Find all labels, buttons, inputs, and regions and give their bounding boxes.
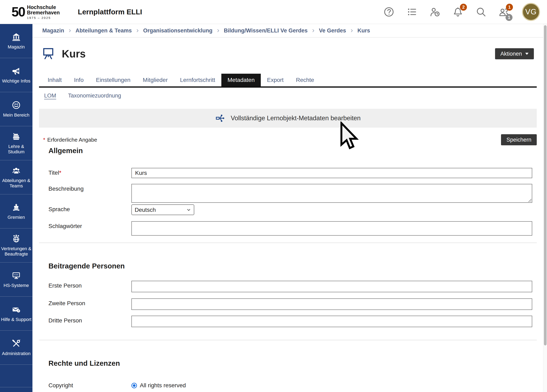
titel-input[interactable]: [131, 168, 532, 178]
breadcrumb-separator: ›: [217, 27, 219, 35]
help-icon: [383, 6, 394, 17]
notifications-button[interactable]: 2: [452, 6, 464, 18]
zweite-person-input[interactable]: [131, 298, 532, 310]
breadcrumb-separator: ›: [312, 27, 314, 35]
contacts-button[interactable]: 1 1: [498, 6, 510, 18]
schlagwoerter-input[interactable]: [131, 221, 532, 236]
contacts-badge-new: 1: [506, 4, 513, 11]
sprache-select[interactable]: Deutsch: [131, 204, 194, 215]
dritte-person-label: Dritte Person: [48, 316, 131, 324]
flyout-list-button[interactable]: [406, 6, 418, 18]
breadcrumb: Magazin › Abteilungen & Teams › Organisa…: [33, 24, 547, 38]
breadcrumb-item[interactable]: Ve Gerdes: [319, 27, 346, 34]
page-title: Kurs: [62, 48, 86, 60]
svg-text:?: ?: [18, 310, 19, 312]
titel-label: Titel*: [48, 168, 131, 176]
bank-icon: [12, 32, 21, 42]
sidebar-item-lehre-studium[interactable]: Lehre & Studium: [0, 126, 33, 160]
chevron-down-icon: [525, 53, 528, 55]
beschreibung-textarea[interactable]: [131, 184, 532, 203]
course-easel-icon: [42, 46, 55, 62]
tab-info[interactable]: Info: [68, 74, 90, 86]
actions-button[interactable]: Aktionen: [495, 48, 534, 59]
tab-rechte[interactable]: Rechte: [290, 74, 320, 86]
books-icon: [12, 132, 21, 141]
who-is-online-button[interactable]: [429, 6, 441, 18]
section-heading-rechte: Rechte und Lizenzen: [48, 359, 537, 367]
sidebar-item-hs-systeme[interactable]: HS-Systeme: [0, 263, 33, 297]
sidebar-item-label: Administration: [1, 351, 31, 356]
sidebar-item-gremien[interactable]: Gremien: [0, 194, 33, 229]
committee-icon: [12, 203, 21, 212]
sprache-label: Sprache: [48, 204, 131, 213]
tab-inhalt[interactable]: Inhalt: [41, 74, 68, 86]
tab-bar: Inhalt Info Einstellungen Mitglieder Ler…: [39, 74, 537, 88]
sidebar-item-label: Magazin: [7, 44, 25, 50]
erste-person-input[interactable]: [131, 281, 532, 292]
metadata-hub-icon: [215, 113, 226, 123]
tab-metadaten[interactable]: Metadaten: [221, 74, 261, 86]
required-asterisk: *: [43, 137, 45, 143]
save-button[interactable]: Speichern: [501, 134, 537, 145]
sidebar-item-magazin[interactable]: Magazin: [0, 24, 33, 58]
breadcrumb-item-current[interactable]: Kurs: [357, 27, 370, 34]
main-area: Magazin › Abteilungen & Teams › Organisa…: [33, 24, 547, 392]
search-button[interactable]: [475, 6, 487, 18]
copyright-radio-selected[interactable]: [131, 383, 137, 388]
sidebar-item-abteilungen-teams[interactable]: Abteilungen & Teams: [0, 160, 33, 194]
sidebar-item-label: Lehre & Studium: [0, 144, 33, 154]
required-asterisk: *: [59, 169, 62, 176]
tab-export[interactable]: Export: [261, 74, 290, 86]
help-button[interactable]: [383, 6, 395, 18]
sidebar-item-label: Wichtige Infos: [1, 78, 31, 84]
required-note: *Erforderliche Angabe: [43, 137, 97, 143]
tools-icon: [12, 339, 21, 348]
erste-person-label: Erste Person: [48, 281, 131, 289]
flyout-list-icon: [406, 6, 417, 17]
beschreibung-label: Beschreibung: [48, 184, 131, 192]
megaphone-icon: [12, 66, 21, 76]
scrollbar-thumb[interactable]: [544, 25, 547, 345]
subtab-lom[interactable]: LOM: [44, 93, 56, 100]
tab-lernfortschritt[interactable]: Lernfortschritt: [174, 74, 221, 86]
sidebar-item-wichtige-infos[interactable]: Wichtige Infos: [0, 58, 33, 92]
sidebar-item-hilfe-support[interactable]: ? Hilfe & Support: [0, 297, 33, 331]
edit-full-metadata-banner[interactable]: Vollständige Lernobjekt-Metadaten bearbe…: [39, 109, 537, 128]
tab-einstellungen[interactable]: Einstellungen: [90, 74, 137, 86]
copyright-radio-label: All rights reserved: [140, 382, 186, 389]
breadcrumb-item[interactable]: Bildung/Wissen/ELLI Ve Gerdes: [224, 27, 308, 34]
subtab-taxonomiezuordnung[interactable]: Taxonomiezuordnung: [68, 93, 121, 100]
search-icon: [475, 6, 486, 17]
logo-50: 50: [12, 5, 25, 19]
who-is-online-icon: [429, 6, 440, 17]
contacts-badge-count: 1: [506, 14, 513, 21]
sidebar-item-label: Gremien: [7, 215, 26, 220]
notifications-badge: 2: [460, 4, 467, 11]
breadcrumb-item[interactable]: Magazin: [42, 27, 64, 34]
sidebar-item-administration[interactable]: Administration: [0, 331, 33, 365]
logo-years: 1975 – 2025: [27, 16, 60, 20]
section-heading-beitragende: Beitragende Personen: [48, 262, 537, 270]
sidebar-item-vertretungen[interactable]: Vertretungen & Beauftragte: [0, 229, 33, 263]
breadcrumb-separator: ›: [350, 27, 353, 35]
sidebar-item-label: Mein Bereich: [2, 113, 30, 118]
vertical-scrollbar[interactable]: [543, 24, 547, 392]
subtab-bar: LOM Taxonomiezuordnung: [39, 88, 537, 100]
schlagwoerter-label: Schlagwörter: [48, 221, 131, 230]
section-divider: [39, 340, 537, 340]
breadcrumb-separator: ›: [136, 27, 139, 35]
sidebar-item-mein-bereich[interactable]: Mein Bereich: [0, 92, 33, 126]
breadcrumb-item[interactable]: Organisationsentwicklung: [143, 27, 212, 34]
people-group-icon: [12, 166, 21, 175]
section-heading-allgemein: Allgemein: [48, 147, 537, 155]
logo-line1: Hochschule: [27, 5, 60, 10]
sidebar-item-label: HS-Systeme: [3, 283, 29, 288]
user-avatar[interactable]: VG: [522, 3, 540, 21]
tab-mitglieder[interactable]: Mitglieder: [137, 74, 174, 86]
copyright-label: Copyright: [48, 382, 131, 389]
breadcrumb-item[interactable]: Abteilungen & Teams: [75, 27, 132, 34]
smiley-icon: [12, 100, 21, 110]
monitor-icon: [12, 271, 21, 280]
app-title: Lernplattform ELLI: [78, 8, 142, 16]
dritte-person-input[interactable]: [131, 316, 532, 327]
